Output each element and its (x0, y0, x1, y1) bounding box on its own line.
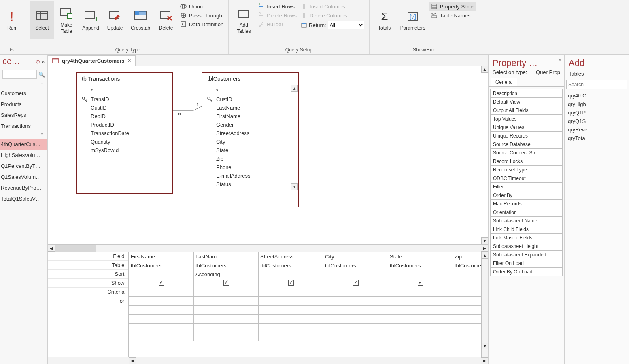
qbe-cell[interactable] (388, 306, 453, 315)
qbe-cell[interactable] (388, 315, 453, 324)
run-button[interactable]: ! Run (0, 1, 23, 39)
surface-scroll-up[interactable]: ▲ (481, 66, 488, 73)
qbe-cell[interactable] (259, 324, 323, 332)
property-item[interactable]: Unique Values (490, 123, 563, 132)
property-item[interactable]: Record Locks (490, 157, 563, 166)
qbe-cell[interactable]: tblCustomers (323, 261, 388, 270)
nav-table-item[interactable]: SalesReps (0, 110, 47, 121)
property-sheet-button[interactable]: Property Sheet (429, 2, 477, 11)
field-item[interactable]: ProductID (77, 121, 172, 129)
qbe-cell[interactable]: tblCustomers (194, 261, 259, 270)
qbe-cell[interactable]: tblCustomers (129, 261, 194, 270)
property-item[interactable]: Filter (490, 183, 563, 191)
field-item[interactable]: State (202, 146, 298, 154)
qbe-cell[interactable] (323, 315, 388, 324)
add-list-item[interactable]: qryTota (565, 134, 629, 142)
property-item[interactable]: Subdatasheet Height (490, 242, 563, 251)
property-close-button[interactable]: × (558, 56, 562, 63)
table-names-button[interactable]: xyz Table Names (429, 11, 477, 19)
qbe-cell[interactable] (129, 315, 194, 324)
field-item[interactable]: Gender (202, 121, 298, 129)
field-item[interactable]: RepID (77, 112, 172, 121)
nav-collapse-button[interactable]: « (42, 58, 45, 65)
show-checkbox[interactable] (159, 280, 164, 286)
qbe-cell[interactable]: State (388, 252, 453, 261)
insert-rows-button[interactable]: + Insert Rows (256, 2, 298, 11)
qbe-cell[interactable]: LastName (194, 252, 259, 261)
table-box-tbltransactions[interactable]: tblTransactions *TransIDCustIDRepIDProdu… (76, 72, 173, 194)
property-item[interactable]: Recordset Type (490, 166, 563, 174)
qbe-cell[interactable]: tblCustomers (388, 261, 453, 270)
add-search-input[interactable] (566, 80, 627, 89)
qbe-cell[interactable] (453, 279, 482, 288)
design-surface[interactable]: ▲ ▼ tblTransactions *TransIDCustIDRepIDP… (48, 66, 488, 244)
property-item[interactable]: Link Child Fields (490, 225, 563, 234)
field-item[interactable]: CustID (202, 95, 298, 104)
qbe-cell[interactable]: tblCustomers (453, 261, 482, 270)
qbe-cell[interactable] (259, 288, 323, 297)
qbe-cell[interactable] (194, 306, 259, 315)
qbe-hscroll-right[interactable]: ▶ (481, 357, 488, 364)
show-checkbox[interactable] (288, 280, 294, 286)
hscroll-left[interactable]: ◀ (48, 245, 55, 252)
nav-search-input[interactable] (2, 70, 37, 79)
field-item[interactable]: * (77, 87, 172, 95)
add-tables-button[interactable]: + Add Tables (232, 1, 255, 39)
qbe-cell[interactable] (129, 332, 194, 341)
field-item[interactable]: City (202, 138, 298, 146)
qbe-cell[interactable] (453, 297, 482, 306)
qbe-cell[interactable] (453, 270, 482, 279)
nav-query-item[interactable]: RevenueByPro… (0, 182, 47, 193)
qbe-cell[interactable] (323, 306, 388, 315)
qbe-cell[interactable] (388, 332, 453, 341)
delete-button[interactable]: Delete (154, 1, 178, 39)
nav-dropdown-icon[interactable]: ⊙ (36, 59, 40, 65)
qbe-cell[interactable]: StreetAddress (259, 252, 323, 261)
qbe-cell[interactable] (259, 315, 323, 324)
qbe-cell[interactable] (259, 297, 323, 306)
qbe-cell[interactable] (194, 279, 259, 288)
hscroll-right[interactable]: ▶ (481, 245, 488, 252)
qbe-cell[interactable] (129, 270, 194, 279)
nav-table-item[interactable]: Customers (0, 88, 47, 99)
qbe-cell[interactable]: FirstName (129, 252, 194, 261)
qbe-cell[interactable] (323, 270, 388, 279)
nav-query-item[interactable]: Q1PercentByT… (0, 161, 47, 171)
parameters-button[interactable]: [?] Parameters (397, 1, 429, 39)
tab-close-button[interactable]: × (128, 57, 131, 64)
field-item[interactable]: StreetAddress (202, 129, 298, 138)
surface-scroll-down[interactable]: ▼ (481, 237, 488, 244)
qbe-cell[interactable] (194, 332, 259, 341)
property-item[interactable]: Default View (490, 98, 563, 106)
property-item[interactable]: Subdatasheet Expanded (490, 251, 563, 259)
nav-table-item[interactable]: Products (0, 99, 47, 110)
add-list-item[interactable]: qryReve (565, 125, 629, 134)
qbe-vscroll[interactable]: ▲ ▼ (481, 252, 488, 357)
tab-qry4thquarter[interactable]: qry4thQuarterCustomers × (48, 55, 136, 66)
qbe-cell[interactable] (388, 288, 453, 297)
show-checkbox[interactable] (418, 280, 423, 286)
qbe-cell[interactable] (453, 332, 482, 341)
cust-scroll-down[interactable]: ▼ (291, 183, 298, 190)
add-list-item[interactable]: qryHigh (565, 100, 629, 108)
nav-query-item[interactable]: Q1SalesVolum… (0, 171, 47, 182)
property-item[interactable]: Order By On Load (490, 268, 563, 276)
qbe-cell[interactable] (323, 288, 388, 297)
qbe-cell[interactable] (129, 324, 194, 332)
qbe-cell[interactable] (453, 288, 482, 297)
qbe-hscroll-left[interactable]: ◀ (129, 357, 136, 364)
show-checkbox[interactable] (223, 280, 229, 286)
qbe-cell[interactable] (194, 288, 259, 297)
add-tab-tables[interactable]: Tables (565, 70, 629, 80)
property-item[interactable]: Subdatasheet Name (490, 217, 563, 225)
table-box-tblcustomers[interactable]: tblCustomers *CustIDLastNameFirstNameGen… (202, 72, 299, 207)
add-list-item[interactable]: qryQ1S (565, 117, 629, 125)
property-item[interactable]: Order By (490, 191, 563, 200)
qbe-cell[interactable] (323, 279, 388, 288)
qbe-cell[interactable] (194, 324, 259, 332)
property-item[interactable]: Description (490, 89, 563, 98)
append-button[interactable]: + Append (79, 1, 102, 39)
qbe-cell[interactable] (323, 332, 388, 341)
property-item[interactable]: Source Database (490, 140, 563, 149)
qbe-cell[interactable] (129, 279, 194, 288)
